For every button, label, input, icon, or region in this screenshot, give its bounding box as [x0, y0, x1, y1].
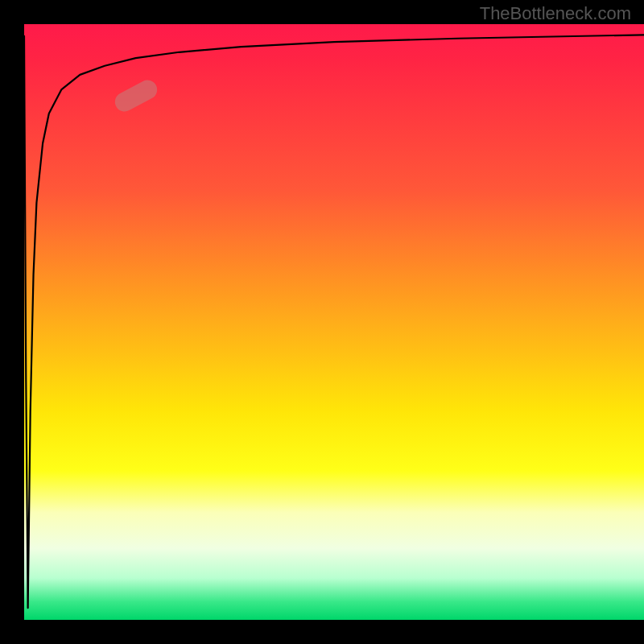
bottleneck-curve	[24, 24, 644, 620]
watermark-text: TheBottleneck.com	[480, 3, 631, 24]
chart-plot-area	[24, 24, 644, 620]
